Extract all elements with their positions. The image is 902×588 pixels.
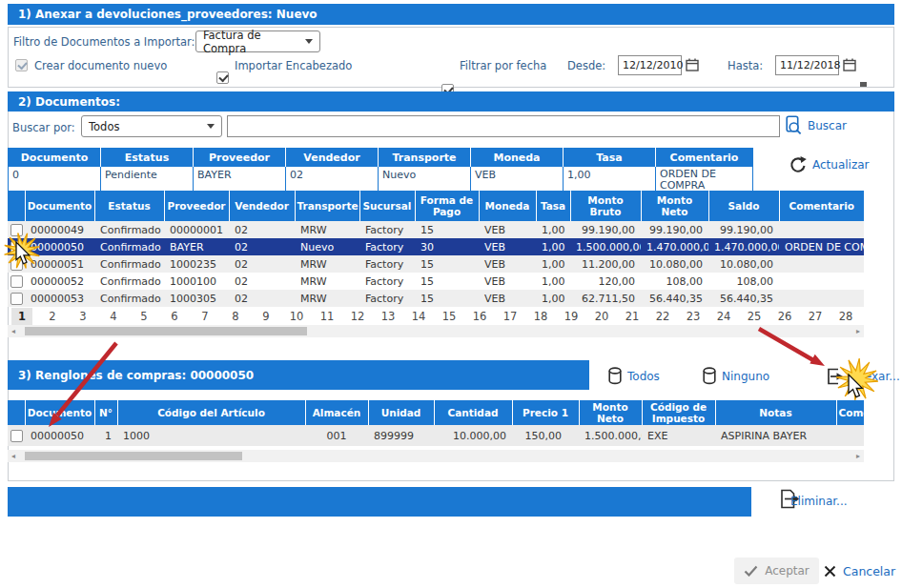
column-header[interactable]: Transporte — [295, 191, 359, 221]
column-header[interactable]: Documento — [25, 191, 94, 221]
column-header[interactable]: Proveedor — [164, 191, 229, 221]
cell: 00000050 — [25, 238, 94, 255]
row-checkbox[interactable] — [10, 293, 23, 305]
page-number[interactable]: 25 — [744, 308, 765, 325]
page-number[interactable]: 22 — [652, 308, 673, 325]
document-type-select[interactable]: Factura de Compra — [195, 30, 320, 52]
cell: 1000305 — [164, 290, 229, 307]
column-header[interactable]: Notas — [715, 400, 836, 425]
select-column-header — [8, 191, 25, 221]
page-number[interactable]: 23 — [683, 308, 704, 325]
document-row[interactable]: 00000052Confirmado100010002MRWFactory15V… — [8, 273, 864, 290]
row-checkbox[interactable] — [10, 275, 23, 288]
page-number[interactable]: 3 — [72, 308, 93, 325]
todos-button[interactable]: Todos — [608, 367, 660, 385]
page-number[interactable]: 9 — [256, 308, 277, 325]
calendar-icon[interactable] — [686, 58, 699, 71]
aceptar-button[interactable]: Aceptar — [734, 558, 819, 584]
document-row[interactable]: 00000050ConfirmadoBAYER02NuevoFactory30V… — [8, 238, 864, 255]
row-checkbox[interactable] — [10, 241, 23, 253]
column-header[interactable]: Estatus — [94, 191, 164, 221]
column-header[interactable]: Forma de Pago — [415, 191, 479, 221]
page-number[interactable]: 17 — [500, 308, 521, 325]
anexar-button[interactable]: Anexar... — [824, 367, 900, 386]
column-header[interactable]: Documento — [25, 400, 94, 425]
page-number[interactable]: 24 — [713, 308, 734, 325]
cell: Factory — [359, 273, 415, 290]
chevron-down-icon — [305, 39, 313, 44]
cell: 99.190,00 — [570, 221, 641, 238]
page-number[interactable]: 18 — [530, 308, 551, 325]
row-checkbox[interactable] — [10, 430, 23, 442]
page-number[interactable]: 12 — [347, 308, 368, 325]
column-header[interactable]: Moneda — [479, 191, 536, 221]
hasta-date-input[interactable]: 11/12/2018 — [775, 55, 839, 75]
page-number[interactable]: 21 — [622, 308, 643, 325]
renglones-hscrollbar[interactable]: ◂ ▸ — [8, 450, 864, 462]
cell: 10.000,00 — [434, 425, 512, 446]
document-row[interactable]: 00000051Confirmado100023502MRWFactory15V… — [8, 255, 864, 273]
column-header[interactable]: N° — [94, 400, 117, 425]
page-number[interactable]: 15 — [439, 308, 460, 325]
row-checkbox[interactable] — [10, 258, 23, 271]
document-row[interactable]: 00000053Confirmado100030502MRWFactory15V… — [8, 290, 864, 307]
documents-hscrollbar[interactable]: ◂ ▸ — [8, 325, 864, 337]
actualizar-button[interactable]: Actualizar — [789, 155, 870, 173]
column-header[interactable]: Unidad — [368, 400, 434, 425]
column-header[interactable]: Monto Neto — [579, 400, 642, 425]
search-field-select[interactable]: Todos — [81, 115, 222, 137]
cell: EXE — [642, 425, 715, 446]
page-number[interactable]: 28 — [835, 308, 856, 325]
page-number[interactable]: 11 — [317, 308, 338, 325]
cell: MRW — [295, 221, 359, 238]
renglon-row[interactable]: 000000501100000189999910.000,00150,001.5… — [8, 425, 864, 446]
page-number[interactable]: 19 — [561, 308, 582, 325]
page-number[interactable]: 20 — [591, 308, 612, 325]
page-number[interactable]: 14 — [408, 308, 429, 325]
column-header[interactable]: Vendedor — [229, 191, 295, 221]
page-number[interactable]: 13 — [378, 308, 399, 325]
column-header[interactable]: Monto Bruto — [570, 191, 641, 221]
page-number[interactable]: 7 — [195, 308, 215, 325]
scroll-right-arrow-icon[interactable]: ▸ — [852, 325, 864, 337]
cancelar-button[interactable]: Cancelar — [824, 558, 895, 584]
page-number[interactable]: 6 — [164, 308, 185, 325]
page-number[interactable]: 27 — [805, 308, 826, 325]
column-header[interactable]: Cantidad — [434, 400, 512, 425]
page-number[interactable]: 10 — [286, 308, 307, 325]
page-number[interactable]: 16 — [469, 308, 490, 325]
document-row[interactable]: 00000049Confirmado0000000102MRWFactory15… — [8, 221, 864, 238]
ninguno-button[interactable]: Ninguno — [703, 367, 769, 385]
column-header[interactable]: Almacén — [305, 400, 368, 425]
page-number[interactable]: 26 — [774, 308, 795, 325]
column-header[interactable]: Saldo — [708, 191, 779, 221]
cell: 1 — [94, 425, 117, 446]
scrollbar-thumb[interactable] — [25, 327, 307, 335]
desde-date-input[interactable]: 12/12/2010 — [618, 55, 682, 75]
page-number[interactable]: 1 — [11, 308, 32, 325]
eliminar-button[interactable]: Eliminar... — [790, 495, 848, 508]
page-number[interactable]: 8 — [225, 308, 246, 325]
buscar-button[interactable]: Buscar — [786, 115, 847, 135]
scrollbar-thumb[interactable] — [25, 452, 242, 460]
crear-documento-checkbox[interactable] — [15, 59, 28, 71]
scroll-left-arrow-icon[interactable]: ◂ — [8, 325, 19, 337]
column-header[interactable]: Comentario — [779, 191, 864, 221]
page-number[interactable]: 2 — [42, 308, 63, 325]
column-header[interactable]: Sucursal — [359, 191, 415, 221]
column-header[interactable]: Tasa — [536, 191, 570, 221]
column-header[interactable]: Precio 1 — [512, 400, 579, 425]
row-checkbox[interactable] — [10, 224, 23, 236]
document-template-row[interactable]: 0PendienteBAYER02NuevoVEB1,00ORDEN DE CO… — [9, 167, 753, 192]
column-header[interactable]: Comentario — [836, 400, 864, 425]
search-input[interactable] — [227, 115, 780, 137]
importar-encabezado-checkbox[interactable] — [216, 71, 229, 84]
scroll-right-arrow-icon[interactable]: ▸ — [852, 450, 864, 462]
column-header[interactable]: Código del Artículo — [117, 400, 305, 425]
page-number[interactable]: 5 — [133, 308, 154, 325]
calendar-icon[interactable] — [843, 58, 856, 71]
scroll-left-arrow-icon[interactable]: ◂ — [8, 450, 19, 462]
column-header[interactable]: Código de Impuesto — [642, 400, 715, 425]
column-header[interactable]: Monto Neto — [641, 191, 708, 221]
page-number[interactable]: 4 — [103, 308, 124, 325]
